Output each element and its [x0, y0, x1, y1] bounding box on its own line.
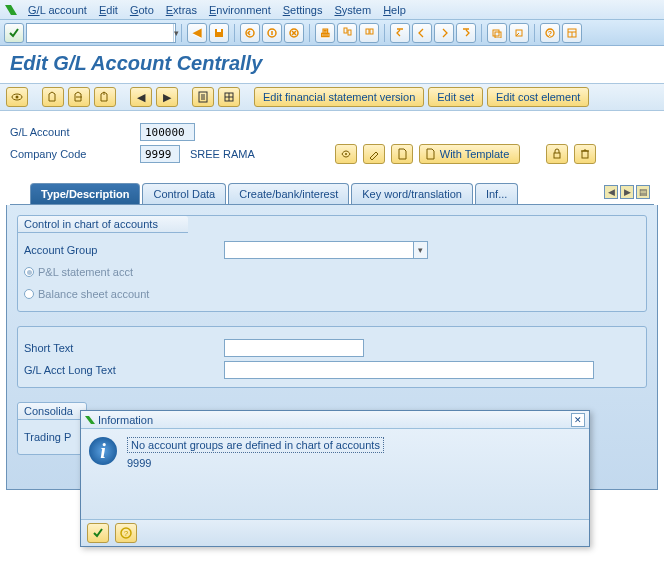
- short-text-label: Short Text: [24, 342, 224, 354]
- svg-rect-7: [366, 29, 369, 34]
- svg-text:?: ?: [124, 529, 129, 538]
- menu-help[interactable]: Help: [377, 4, 412, 16]
- company-code-input[interactable]: [140, 145, 180, 163]
- detail-button[interactable]: [192, 87, 214, 107]
- new-doc-icon-button[interactable]: [391, 144, 413, 164]
- company-code-label: Company Code: [10, 148, 140, 160]
- layout-icon[interactable]: [562, 23, 582, 43]
- account-group-input[interactable]: [224, 241, 414, 259]
- dialog-title: Information: [98, 414, 153, 426]
- edit-set-button[interactable]: Edit set: [428, 87, 483, 107]
- last-page-icon[interactable]: [456, 23, 476, 43]
- gl-account-input[interactable]: [140, 123, 195, 141]
- edit-fin-stmt-button[interactable]: Edit financial statement version: [254, 87, 424, 107]
- create-button[interactable]: [42, 87, 64, 107]
- menu-settings[interactable]: Settings: [277, 4, 329, 16]
- svg-rect-5: [344, 28, 347, 33]
- radio-pl-statement[interactable]: P&L statement acct: [24, 266, 133, 278]
- tab-information[interactable]: Inf...: [475, 183, 518, 204]
- command-dropdown-icon[interactable]: ▾: [173, 24, 179, 42]
- page-title: Edit G/L Account Centrally: [0, 46, 664, 83]
- short-text-input[interactable]: [224, 339, 364, 357]
- prev-page-icon[interactable]: [412, 23, 432, 43]
- tab-key-word-translation[interactable]: Key word/translation: [351, 183, 473, 204]
- exit-icon[interactable]: [262, 23, 282, 43]
- standard-toolbar: ▾ ◀ 🖶 ?: [0, 20, 664, 46]
- tab-create-bank-interest[interactable]: Create/bank/interest: [228, 183, 349, 204]
- tab-type-description[interactable]: Type/Description: [30, 183, 140, 204]
- menu-bar: G/L account Edit Goto Extras Environment…: [0, 0, 664, 20]
- menu-system[interactable]: System: [328, 4, 377, 16]
- next-button[interactable]: ▶: [156, 87, 178, 107]
- cancel-icon[interactable]: [284, 23, 304, 43]
- dialog-ok-button[interactable]: [87, 523, 109, 543]
- back-button[interactable]: ◀: [187, 23, 207, 43]
- display-button[interactable]: [6, 87, 28, 107]
- edit-cost-element-button[interactable]: Edit cost element: [487, 87, 589, 107]
- info-icon: i: [89, 437, 117, 465]
- change-button[interactable]: [94, 87, 116, 107]
- new-session-icon[interactable]: [487, 23, 507, 43]
- svg-rect-1: [217, 29, 221, 32]
- lock-button[interactable]: [546, 144, 568, 164]
- create-ref-button[interactable]: [68, 87, 90, 107]
- svg-rect-20: [554, 153, 560, 158]
- overview-button[interactable]: [218, 87, 240, 107]
- help-icon[interactable]: ?: [540, 23, 560, 43]
- command-field[interactable]: ▾: [26, 23, 176, 43]
- enter-button[interactable]: [4, 23, 24, 43]
- first-page-icon[interactable]: [390, 23, 410, 43]
- svg-point-16: [16, 96, 19, 99]
- menu-edit[interactable]: Edit: [93, 4, 124, 16]
- account-group-label: Account Group: [24, 244, 224, 256]
- group-consolidation: Consolida Trading P: [17, 402, 87, 455]
- dialog-sap-icon: [85, 415, 95, 425]
- menu-gl-account[interactable]: G/L account: [22, 4, 93, 16]
- back-icon[interactable]: [240, 23, 260, 43]
- radio-bs-label: Balance sheet account: [38, 288, 149, 300]
- tab-control-data[interactable]: Control Data: [142, 183, 226, 204]
- svg-rect-21: [582, 151, 588, 158]
- sap-menu-icon[interactable]: [4, 3, 18, 17]
- account-group-dropdown-icon[interactable]: ▾: [414, 241, 428, 259]
- group-control-chart: Control in chart of accounts Account Gro…: [17, 215, 647, 312]
- svg-rect-9: [493, 30, 499, 36]
- group-texts: Short Text G/L Acct Long Text: [17, 326, 647, 388]
- tab-strip: Type/Description Control Data Create/ban…: [10, 183, 654, 205]
- tab-scroll-left[interactable]: ◀: [604, 185, 618, 199]
- menu-goto[interactable]: Goto: [124, 4, 160, 16]
- change-icon-button[interactable]: [363, 144, 385, 164]
- svg-rect-10: [495, 32, 501, 38]
- menu-environment[interactable]: Environment: [203, 4, 277, 16]
- next-page-icon[interactable]: [434, 23, 454, 43]
- svg-text:?: ?: [548, 30, 552, 37]
- information-dialog: Information ✕ i No account groups are de…: [80, 410, 590, 547]
- group-consolidation-title: Consolida: [18, 403, 86, 420]
- radio-pl-label: P&L statement acct: [38, 266, 133, 278]
- tab-scroll-right[interactable]: ▶: [620, 185, 634, 199]
- print-icon[interactable]: 🖶: [315, 23, 335, 43]
- application-toolbar: ◀ ▶ Edit financial statement version Edi…: [0, 83, 664, 111]
- dialog-message-line1: No account groups are defined in chart o…: [127, 437, 384, 453]
- dialog-help-button[interactable]: ?: [115, 523, 137, 543]
- with-template-button[interactable]: With Template: [419, 144, 521, 164]
- trading-partner-label: Trading P: [24, 431, 80, 443]
- save-button[interactable]: [209, 23, 229, 43]
- svg-rect-6: [348, 30, 351, 35]
- radio-balance-sheet[interactable]: Balance sheet account: [24, 288, 149, 300]
- tab-list-button[interactable]: ▤: [636, 185, 650, 199]
- delete-button[interactable]: [574, 144, 596, 164]
- menu-extras[interactable]: Extras: [160, 4, 203, 16]
- header-form: G/L Account Company Code SREE RAMA With …: [0, 111, 664, 205]
- long-text-input[interactable]: [224, 361, 594, 379]
- shortcut-icon[interactable]: [509, 23, 529, 43]
- with-template-label: With Template: [440, 148, 510, 160]
- dialog-message-line2: 9999: [127, 457, 151, 469]
- command-input[interactable]: [27, 24, 173, 42]
- find-next-icon[interactable]: [359, 23, 379, 43]
- find-icon[interactable]: [337, 23, 357, 43]
- gl-account-label: G/L Account: [10, 126, 140, 138]
- prev-button[interactable]: ◀: [130, 87, 152, 107]
- dialog-close-button[interactable]: ✕: [571, 413, 585, 427]
- display-icon-button[interactable]: [335, 144, 357, 164]
